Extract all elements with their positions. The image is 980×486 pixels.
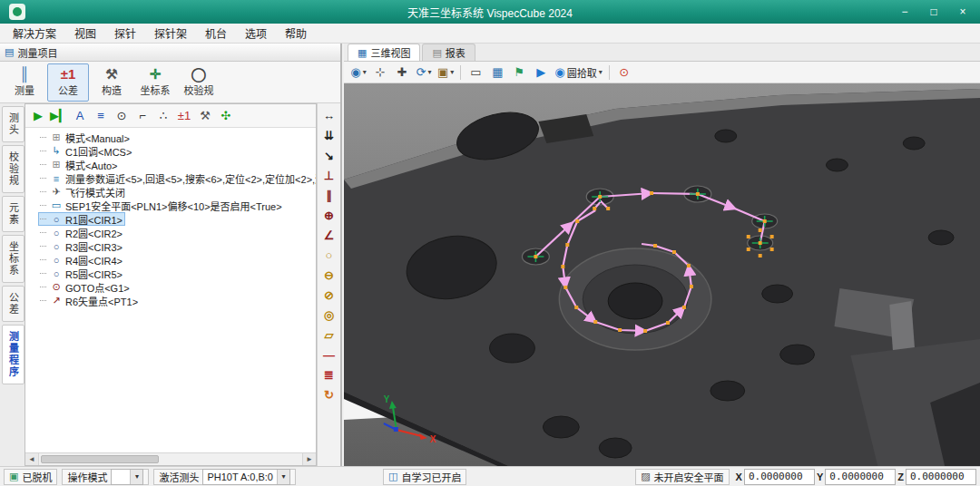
ribbon-tolerance-button[interactable]: ±1公差: [47, 63, 89, 102]
safety-plane-label: 未开启安全平面: [654, 470, 724, 484]
3d-viewport[interactable]: X Y: [344, 83, 980, 466]
label-icon[interactable]: A: [70, 107, 90, 125]
tree-item[interactable]: ↗R6矢量点<PT1>: [38, 294, 141, 307]
rotate-view-icon[interactable]: ⟳▾: [414, 63, 434, 82]
cylindricity-icon[interactable]: ◎: [319, 306, 339, 324]
perpendicularity-icon[interactable]: ⊥: [319, 166, 339, 184]
side-tab-坐标系[interactable]: 坐标系: [2, 235, 24, 283]
chevron-down-icon[interactable]: ▾: [130, 470, 142, 484]
pan-icon[interactable]: ✚: [392, 63, 412, 82]
measure-element-icon[interactable]: ⊙: [112, 107, 132, 125]
straightness-icon[interactable]: —: [319, 345, 339, 364]
ribbon-measure-button[interactable]: ║测量: [4, 63, 45, 102]
tree-item[interactable]: ○R4圆<CIR4>: [38, 253, 125, 267]
tree-item-label: R5圆<CIR5>: [65, 267, 122, 281]
program-tree-container: ▶▶▎A≡⊙⌐∴±1⚒✣ ⊞模式<Manual>↳C1回调<MCS>⊞模式<Au…: [24, 103, 317, 466]
scroll-thumb[interactable]: [41, 455, 159, 463]
projection-icon[interactable]: ↘: [319, 146, 339, 164]
symmetry-icon[interactable]: ≣: [319, 365, 339, 384]
menu-item-机台[interactable]: 机台: [196, 24, 236, 43]
gauge-label: 校验规: [184, 83, 214, 97]
select-window-icon[interactable]: ▦: [487, 63, 507, 82]
minimize-button[interactable]: −: [891, 3, 918, 21]
parallelism-icon[interactable]: ∥: [319, 186, 339, 204]
view-cube-icon[interactable]: ▣▾: [436, 63, 456, 82]
tree-item-label: 测量参数逼近<5>,回退<5>,搜索<6>,定位<2>,定位加<2>,测量...: [65, 171, 316, 186]
tree-item[interactable]: ≡测量参数逼近<5>,回退<5>,搜索<6>,定位<2>,定位加<2>,测量..…: [38, 171, 316, 185]
axis-icon[interactable]: ✣: [216, 107, 236, 125]
chevron-down-icon[interactable]: ▾: [363, 68, 367, 76]
close-button[interactable]: ×: [949, 3, 976, 21]
flag-icon[interactable]: ⚑: [509, 63, 529, 82]
circle-pick-dropdown[interactable]: ◉圆拾取▾: [553, 63, 603, 82]
tree-horizontal-scrollbar[interactable]: ◄ ►: [25, 452, 316, 465]
construct-point-icon[interactable]: ∴: [153, 107, 173, 125]
probe-angle-icon[interactable]: ⊙: [614, 63, 634, 82]
side-tab-校验规[interactable]: 校验规: [2, 145, 24, 193]
tree-item[interactable]: ⊙GOTO点<G1>: [38, 280, 132, 294]
menu-item-解决方案[interactable]: 解决方案: [4, 24, 65, 43]
tab-3d-view[interactable]: ▦三维视图: [348, 44, 420, 61]
rotation-icon[interactable]: ↻: [319, 385, 339, 403]
parameters-icon[interactable]: ≡: [91, 107, 111, 125]
tolerance-icon[interactable]: ±1: [174, 107, 194, 125]
scroll-left-icon[interactable]: ◄: [25, 453, 39, 465]
active-probe-select[interactable]: PH10T A:0,B:0 ▾: [202, 469, 290, 485]
tree-item[interactable]: ⊞模式<Auto>: [38, 158, 120, 171]
ribbon-construct-button[interactable]: ⚒构造: [91, 63, 132, 102]
menu-item-探针架[interactable]: 探针架: [145, 24, 196, 43]
tab-report[interactable]: ▤报表: [422, 44, 475, 61]
tree-item[interactable]: ⊞模式<Manual>: [38, 131, 132, 144]
circle-pick-dropdown: ◉: [554, 65, 564, 79]
profile-icon[interactable]: ▱: [319, 326, 339, 344]
chevron-down-icon[interactable]: ▾: [427, 68, 431, 76]
tree-item-label: 飞行模式关闭: [65, 185, 125, 199]
statusbar: ▣ 已脱机 操作模式 ▾ 激活测头 PH10T A:0,B:0 ▾ ◫ 自学习已…: [0, 466, 980, 486]
ribbon-gauge-button[interactable]: ◯校验规: [178, 63, 220, 102]
distance-icon[interactable]: ↔: [319, 106, 339, 124]
tree-item[interactable]: ✈飞行模式关闭: [38, 185, 128, 199]
position-icon[interactable]: ⊕: [319, 206, 339, 224]
tree-item[interactable]: ○R1圆<CIR1>: [38, 212, 125, 226]
maximize-button[interactable]: □: [920, 3, 947, 21]
tree-item[interactable]: ○R2圆<CIR2>: [38, 226, 125, 239]
view-visibility-icon[interactable]: ◉▾: [348, 63, 368, 82]
probe-display-icon[interactable]: ⊹: [370, 63, 390, 82]
scene-3d[interactable]: X Y: [344, 83, 980, 466]
side-tab-元素[interactable]: 元素: [2, 196, 24, 232]
concentricity-icon[interactable]: ⊖: [319, 266, 339, 284]
menu-item-选项[interactable]: 选项: [236, 24, 276, 43]
zoom-window-icon[interactable]: ▭: [466, 63, 485, 82]
tree-item[interactable]: ○R5圆<CIR5>: [38, 267, 125, 280]
run-to-cursor-icon[interactable]: ▶▎: [49, 107, 69, 125]
operation-mode-select[interactable]: ▾: [111, 469, 143, 485]
tree-item[interactable]: ↳C1回调<MCS>: [38, 144, 134, 158]
tree-item-label: 模式<Manual>: [65, 131, 130, 145]
circle-icon: ○: [51, 214, 62, 225]
circularity-icon[interactable]: ○: [319, 246, 339, 264]
titlebar: 天准三坐标系统 VispecCube 2024 −□×: [0, 0, 980, 24]
menu-item-帮助[interactable]: 帮助: [276, 24, 316, 43]
side-tab-测量程序[interactable]: 测量程序: [2, 325, 24, 384]
play-icon[interactable]: ▶: [531, 63, 551, 82]
side-tab-公差[interactable]: 公差: [2, 286, 24, 322]
runout-icon[interactable]: ⊘: [319, 286, 339, 304]
construct-line-icon[interactable]: ⌐: [132, 107, 152, 125]
side-tab-测头[interactable]: 测头: [2, 106, 24, 142]
tree-item[interactable]: ▭SEP1安全平面<PLN1>偏移<10>是否启用<True>: [38, 199, 285, 212]
menu-item-探针[interactable]: 探针: [105, 24, 145, 43]
vector-point-icon: ↗: [51, 295, 62, 306]
chevron-down-icon[interactable]: ▾: [599, 68, 603, 76]
run-program-icon[interactable]: ▶: [28, 107, 48, 125]
edit-icon[interactable]: ⚒: [195, 107, 215, 125]
min-max-icon[interactable]: ⇊: [319, 126, 339, 144]
chevron-down-icon[interactable]: ▾: [277, 470, 289, 484]
chevron-down-icon[interactable]: ▾: [450, 68, 454, 76]
zoom-window-icon: ▭: [470, 65, 481, 79]
menu-item-视图[interactable]: 视图: [65, 24, 105, 43]
scroll-right-icon[interactable]: ►: [302, 453, 316, 465]
scroll-track[interactable]: [39, 453, 302, 465]
ribbon-coordinate-system-button[interactable]: ✛坐标系: [134, 63, 176, 102]
angularity-icon[interactable]: ∠: [319, 226, 339, 244]
tree-item[interactable]: ○R3圆<CIR3>: [38, 239, 125, 253]
